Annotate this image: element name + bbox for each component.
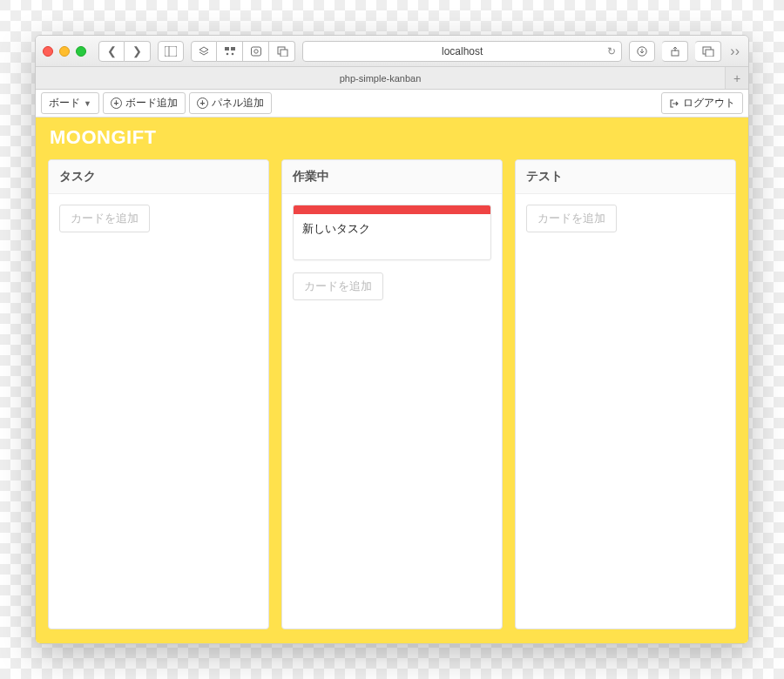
plus-circle-icon: + (197, 97, 208, 109)
copy-icon (276, 46, 288, 57)
add-card-button[interactable]: カードを追加 (526, 205, 617, 232)
ext-button-3[interactable] (243, 41, 269, 62)
lane-body: カードを追加 (49, 194, 268, 243)
browser-window: ❮ ❯ localhost ↻ (35, 35, 749, 644)
svg-rect-2 (225, 47, 229, 50)
lane-title[interactable]: タスク (49, 160, 268, 194)
card-title: 新しいタスク (294, 214, 490, 259)
chevron-down-icon: ▼ (84, 99, 91, 108)
new-tab-button[interactable]: + (726, 67, 748, 89)
logout-button[interactable]: ログアウト (661, 92, 743, 114)
svg-rect-9 (280, 50, 287, 57)
minimize-window-button[interactable] (59, 46, 70, 57)
target-icon (250, 46, 262, 57)
maximize-window-button[interactable] (76, 46, 86, 57)
ext-button-1[interactable] (191, 41, 217, 62)
close-window-button[interactable] (43, 46, 53, 57)
plus-circle-icon: + (111, 97, 122, 109)
add-card-button[interactable]: カードを追加 (59, 205, 150, 232)
kanban-app: ボード ▼ + ボード追加 + パネル追加 ログアウト MOONGIFT タスク (36, 90, 748, 643)
sidebar-toggle-button[interactable] (158, 41, 184, 62)
share-button[interactable] (662, 41, 688, 62)
svg-point-4 (226, 52, 228, 55)
svg-rect-3 (231, 47, 235, 50)
ext-button-4[interactable] (269, 41, 295, 62)
logout-icon (669, 98, 679, 109)
board-menu-button[interactable]: ボード ▼ (41, 92, 99, 114)
grid-icon (224, 46, 236, 57)
browser-titlebar: ❮ ❯ localhost ↻ (36, 36, 748, 67)
lane-tasks: タスク カードを追加 (48, 159, 269, 629)
forward-button[interactable]: ❯ (125, 41, 151, 62)
svg-rect-0 (165, 46, 177, 57)
share-icon (670, 46, 680, 57)
add-board-label: ボード追加 (125, 96, 178, 111)
downloads-button[interactable] (629, 41, 655, 62)
app-toolbar: ボード ▼ + ボード追加 + パネル追加 ログアウト (36, 90, 748, 118)
tab-title: php-simple-kanban (340, 73, 422, 84)
window-controls (43, 46, 86, 57)
reload-icon[interactable]: ↻ (607, 45, 616, 57)
lane-test: テスト カードを追加 (515, 159, 736, 629)
more-button[interactable]: ›› (728, 44, 741, 59)
stack-icon (198, 46, 210, 57)
board-title: MOONGIFT (36, 118, 748, 152)
browser-tabbar: php-simple-kanban + (36, 67, 748, 90)
browser-tab[interactable]: php-simple-kanban (36, 67, 726, 89)
tabs-button[interactable] (695, 41, 721, 62)
lane-title[interactable]: テスト (516, 160, 735, 194)
address-bar[interactable]: localhost ↻ (302, 41, 622, 62)
add-board-button[interactable]: + ボード追加 (103, 92, 186, 114)
svg-rect-6 (251, 47, 260, 56)
svg-rect-13 (706, 50, 713, 57)
svg-point-7 (253, 49, 257, 52)
svg-point-5 (231, 52, 233, 55)
card-color-stripe (294, 205, 490, 214)
url-text: localhost (442, 45, 483, 57)
sidebar-icon (165, 46, 177, 57)
board-menu-label: ボード (49, 96, 80, 111)
back-button[interactable]: ❮ (98, 41, 125, 62)
card[interactable]: 新しいタスク (293, 205, 491, 260)
nav-buttons: ❮ ❯ (98, 41, 151, 62)
add-panel-button[interactable]: + パネル追加 (189, 92, 272, 114)
lane-body: 新しいタスク カードを追加 (282, 194, 502, 311)
lane-in-progress: 作業中 新しいタスク カードを追加 (281, 159, 503, 629)
ext-button-2[interactable] (217, 41, 243, 62)
tabs-icon (702, 46, 714, 57)
download-icon (637, 46, 647, 57)
add-card-button[interactable]: カードを追加 (293, 272, 383, 300)
lanes-container: タスク カードを追加 作業中 新しいタスク カードを追加 テスト (36, 152, 748, 643)
extension-buttons (191, 41, 295, 62)
lane-body: カードを追加 (516, 194, 735, 243)
lane-title[interactable]: 作業中 (282, 160, 502, 194)
logout-label: ログアウト (683, 96, 735, 111)
add-panel-label: パネル追加 (212, 96, 264, 111)
